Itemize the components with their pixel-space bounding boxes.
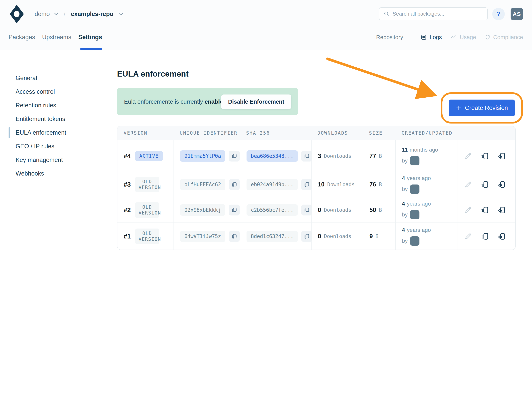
copy-icon: [232, 182, 237, 187]
search-input[interactable]: [393, 11, 487, 17]
eula-revisions-table: VERSION UNIQUE IDENTIFIER SHA 256 DOWNLO…: [117, 126, 516, 250]
disable-enforcement-button[interactable]: Disable Enforcement: [221, 95, 291, 109]
copy-sha-button[interactable]: [301, 151, 312, 161]
size-value: 50: [369, 206, 376, 213]
sha256-value: bea686e5348...: [247, 150, 298, 162]
copy-icon: [304, 182, 310, 187]
creator-avatar[interactable]: [410, 156, 419, 165]
created-updated: 4 years ago by: [402, 201, 450, 219]
size-value: 77: [369, 153, 376, 160]
copy-identifier-button[interactable]: [229, 179, 240, 190]
copy-identifier-button[interactable]: [229, 205, 240, 215]
link-logs[interactable]: Logs: [421, 34, 442, 40]
edit-icon: [464, 206, 472, 214]
view-document-button[interactable]: [480, 206, 489, 214]
edit-icon: [464, 152, 472, 160]
breadcrumb: demo / examples-repo: [35, 8, 123, 20]
view-source-button[interactable]: [497, 232, 506, 241]
sidebar-item-geo-ip-rules[interactable]: GEO / IP rules: [16, 140, 97, 153]
downloads-label: Downloads: [324, 207, 351, 213]
view-document-button[interactable]: [480, 180, 489, 189]
view-source-icon: [498, 152, 506, 160]
downloads-count: 0: [318, 206, 321, 213]
search-bar: [379, 7, 488, 20]
tab-settings[interactable]: Settings: [78, 34, 102, 41]
edit-revision-button[interactable]: [464, 152, 473, 161]
repo-tabs: Packages Upstreams Settings: [9, 31, 102, 43]
annotation-ring: Create Revision: [441, 92, 523, 123]
user-avatar[interactable]: AS: [511, 8, 523, 20]
repo-name: examples-repo: [71, 11, 114, 18]
downloads-count: 0: [318, 233, 321, 240]
copy-identifier-button[interactable]: [229, 151, 240, 161]
table-row: #2 OLD VERSION 02x98xbEkkkj c2b556bc7fe.…: [117, 197, 515, 223]
view-source-button[interactable]: [497, 152, 506, 161]
copy-icon: [232, 233, 237, 239]
revision-number: #4: [124, 152, 131, 160]
status-badge: OLD VERSION: [135, 229, 159, 244]
edit-revision-button[interactable]: [464, 206, 473, 214]
view-document-icon: [481, 180, 489, 189]
view-source-button[interactable]: [497, 180, 506, 189]
view-document-icon: [481, 232, 489, 240]
repository-settings-page: demo / examples-repo ? AS Packages Upstr…: [0, 0, 532, 399]
creator-avatar[interactable]: [410, 236, 419, 246]
sidebar-item-key-management[interactable]: Key management: [16, 153, 97, 167]
sidebar-item-webhooks[interactable]: Webhooks: [16, 167, 97, 180]
view-source-button[interactable]: [497, 206, 506, 214]
divider: [412, 33, 412, 41]
edit-revision-button[interactable]: [464, 180, 473, 189]
sidebar-item-entitlement-tokens[interactable]: Entitlement tokens: [16, 112, 97, 126]
help-button[interactable]: ?: [492, 8, 505, 20]
downloads-label: Downloads: [327, 182, 355, 187]
sidebar-item-general[interactable]: General: [16, 71, 97, 85]
creator-avatar[interactable]: [410, 210, 419, 219]
view-document-button[interactable]: [480, 152, 489, 161]
sha256-value: c2b556bc7fe...: [247, 204, 298, 216]
edit-revision-button[interactable]: [464, 232, 473, 241]
downloads-label: Downloads: [324, 233, 351, 239]
size-unit: B: [379, 207, 382, 213]
org-dropdown[interactable]: demo: [35, 11, 58, 18]
app-logo-icon[interactable]: [10, 5, 24, 23]
link-compliance[interactable]: Compliance: [485, 34, 523, 40]
unique-identifier: oLfHuEFFAc62: [180, 179, 225, 190]
sha256-value: 8ded1c63247...: [247, 231, 298, 242]
status-badge: ACTIVE: [135, 151, 163, 161]
edit-icon: [464, 180, 472, 189]
sidebar-item-access-control[interactable]: Access control: [16, 85, 97, 99]
create-revision-button[interactable]: Create Revision: [449, 100, 515, 116]
copy-icon: [232, 153, 237, 159]
creator-avatar[interactable]: [410, 185, 419, 194]
logs-icon: [421, 34, 427, 40]
created-updated: 11 months ago by: [402, 147, 450, 165]
search-icon: [384, 11, 389, 17]
unique-identifier: 91Emma5YtP0a: [180, 150, 225, 162]
copy-sha-button[interactable]: [301, 231, 312, 242]
view-document-icon: [481, 206, 489, 214]
repo-dropdown[interactable]: examples-repo: [71, 11, 123, 18]
col-header-downloads: DOWNLOADS: [311, 130, 363, 136]
copy-sha-button[interactable]: [301, 205, 312, 215]
sidebar-item-eula-enforcement[interactable]: EULA enforcement: [16, 126, 97, 140]
downloads-count: 3: [318, 153, 321, 160]
compliance-icon: [485, 34, 491, 40]
tab-upstreams[interactable]: Upstreams: [42, 34, 71, 41]
table-row: #1 OLD VERSION 64wVT1iJw75z 8ded1c63247.…: [117, 223, 515, 250]
link-usage[interactable]: Usage: [450, 34, 476, 40]
copy-identifier-button[interactable]: [229, 231, 240, 242]
view-document-button[interactable]: [480, 232, 489, 241]
table-row: #4 ACTIVE 91Emma5YtP0a bea686e5348... 3 …: [117, 140, 515, 172]
sidebar-item-retention-rules[interactable]: Retention rules: [16, 99, 97, 112]
eula-status-banner: Eula enforcemente is currently enabled. …: [117, 88, 298, 115]
tab-packages[interactable]: Packages: [9, 34, 35, 41]
plus-icon: [456, 105, 462, 111]
copy-sha-button[interactable]: [301, 179, 312, 190]
col-header-created-updated: CREATED/UPDATED: [395, 130, 457, 136]
status-badge: OLD VERSION: [135, 177, 159, 192]
table-header-row: VERSION UNIQUE IDENTIFIER SHA 256 DOWNLO…: [117, 126, 515, 140]
sidebar-divider: [102, 64, 102, 247]
breadcrumb-separator: /: [64, 11, 65, 17]
edit-icon: [464, 232, 472, 240]
copy-icon: [304, 207, 310, 213]
